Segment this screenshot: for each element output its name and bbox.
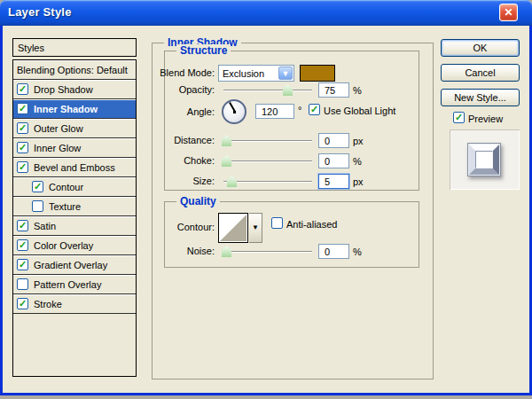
angle-input[interactable]: 120 bbox=[255, 104, 294, 119]
new-style-button[interactable]: New Style... bbox=[441, 89, 520, 106]
size-input[interactable]: 5 bbox=[318, 174, 349, 189]
check-icon: ✓ bbox=[19, 104, 27, 113]
distance-input[interactable]: 0 bbox=[318, 133, 349, 148]
styles-list: Blending Options: Default ✓ Drop Shadow … bbox=[12, 59, 137, 377]
distance-label: Distance: bbox=[142, 135, 215, 146]
check-icon: ✓ bbox=[19, 260, 27, 270]
close-icon[interactable]: ✕ bbox=[499, 4, 518, 21]
sidebar-style-item[interactable]: Pattern Overlay bbox=[13, 275, 136, 294]
opacity-unit: % bbox=[353, 85, 362, 96]
shadow-color-swatch[interactable] bbox=[300, 65, 335, 82]
preview-inner-square bbox=[475, 151, 493, 168]
blend-mode-value: Exclusion bbox=[219, 68, 278, 79]
choke-input[interactable]: 0 bbox=[318, 153, 349, 168]
quality-groupbox: Quality bbox=[164, 201, 419, 268]
distance-slider-track[interactable] bbox=[223, 140, 312, 142]
angle-label: Angle: bbox=[142, 106, 215, 118]
sidebar-style-item[interactable]: ✓ Gradient Overlay bbox=[13, 255, 136, 275]
ok-button[interactable]: OK bbox=[441, 39, 520, 57]
use-global-light-label: Use Global Light bbox=[324, 106, 395, 116]
style-item-label: Stroke bbox=[34, 299, 62, 309]
style-item-label: Inner Glow bbox=[34, 143, 81, 153]
preview-bevel bbox=[469, 145, 499, 175]
sidebar-style-item[interactable]: ✓ Stroke bbox=[13, 294, 136, 314]
style-checkbox[interactable]: ✓ bbox=[32, 181, 43, 192]
style-item-label: Color Overlay bbox=[34, 240, 93, 251]
choke-slider-track[interactable] bbox=[223, 160, 312, 162]
use-global-light-checkbox[interactable]: ✓ bbox=[309, 104, 320, 115]
anti-aliased-label: Anti-aliased bbox=[286, 219, 337, 230]
style-item-label: Outer Glow bbox=[34, 123, 83, 134]
style-checkbox[interactable] bbox=[17, 278, 28, 290]
preview-label: Preview bbox=[468, 113, 503, 124]
style-item-label: Inner Shadow bbox=[34, 104, 98, 114]
sidebar-style-item[interactable]: ✓ Satin bbox=[13, 216, 136, 236]
check-icon: ✓ bbox=[19, 143, 27, 153]
style-item-label: Contour bbox=[49, 182, 83, 192]
structure-title: Structure bbox=[176, 44, 231, 57]
sidebar-style-item[interactable]: ✓ Inner Shadow bbox=[13, 99, 136, 119]
title-bar[interactable]: Layer Style ✕ bbox=[0, 0, 532, 26]
cancel-button[interactable]: Cancel bbox=[441, 64, 520, 82]
choke-unit: % bbox=[353, 156, 362, 167]
layer-style-dialog: Layer Style ✕ Styles Blending Options: D… bbox=[0, 0, 532, 395]
opacity-label: Opacity: bbox=[142, 84, 215, 96]
noise-input[interactable]: 0 bbox=[318, 244, 349, 259]
style-checkbox[interactable]: ✓ bbox=[17, 239, 28, 251]
sidebar-style-item[interactable]: ✓ Contour bbox=[13, 177, 136, 197]
size-label: Size: bbox=[142, 176, 215, 187]
style-checkbox[interactable]: ✓ bbox=[17, 220, 28, 231]
style-item-label: Blending Options: Default bbox=[17, 65, 128, 75]
contour-shape-icon bbox=[220, 215, 246, 241]
style-checkbox[interactable]: ✓ bbox=[17, 122, 28, 134]
preview-checkbox[interactable]: ✓ bbox=[453, 112, 465, 123]
sidebar-style-item[interactable]: ✓ Inner Glow bbox=[13, 138, 136, 158]
styles-header-label: Styles bbox=[18, 43, 44, 53]
noise-label: Noise: bbox=[142, 246, 215, 257]
sidebar-style-item[interactable]: Blending Options: Default bbox=[13, 60, 136, 80]
style-checkbox[interactable]: ✓ bbox=[17, 259, 28, 270]
chevron-down-icon[interactable]: ▼ bbox=[278, 66, 293, 80]
sidebar-style-item[interactable]: Texture bbox=[13, 197, 136, 216]
style-item-label: Pattern Overlay bbox=[34, 279, 101, 290]
opacity-slider-track[interactable] bbox=[223, 90, 312, 91]
quality-title: Quality bbox=[176, 195, 220, 207]
choke-label: Choke: bbox=[142, 155, 215, 167]
style-checkbox[interactable]: ✓ bbox=[17, 142, 28, 153]
size-unit: px bbox=[353, 176, 364, 187]
sidebar-style-item[interactable]: ✓ Bevel and Emboss bbox=[13, 158, 136, 177]
check-icon: ✓ bbox=[19, 221, 27, 231]
style-checkbox[interactable] bbox=[32, 200, 43, 212]
check-icon: ✓ bbox=[19, 240, 27, 250]
blend-mode-select[interactable]: Exclusion ▼ bbox=[218, 65, 294, 82]
contour-label: Contour: bbox=[142, 222, 215, 233]
window-title: Layer Style bbox=[8, 5, 72, 19]
style-checkbox[interactable]: ✓ bbox=[17, 161, 28, 173]
style-item-label: Texture bbox=[49, 201, 81, 212]
contour-picker[interactable] bbox=[218, 213, 248, 243]
check-icon: ✓ bbox=[19, 162, 27, 172]
anti-aliased-checkbox[interactable] bbox=[271, 217, 283, 229]
style-item-label: Bevel and Emboss bbox=[34, 162, 115, 173]
opacity-input[interactable]: 75 bbox=[318, 82, 349, 98]
check-icon: ✓ bbox=[19, 84, 27, 94]
noise-slider-track[interactable] bbox=[223, 251, 312, 253]
style-item-label: Satin bbox=[34, 221, 56, 231]
sidebar-style-item[interactable]: ✓ Color Overlay bbox=[13, 236, 136, 255]
style-checkbox[interactable]: ✓ bbox=[17, 83, 28, 95]
angle-dial[interactable] bbox=[222, 99, 246, 124]
distance-unit: px bbox=[353, 136, 364, 146]
sidebar-style-item[interactable]: ✓ Outer Glow bbox=[13, 119, 136, 138]
check-icon: ✓ bbox=[455, 113, 463, 122]
sidebar-style-item[interactable]: ✓ Drop Shadow bbox=[13, 80, 136, 99]
size-slider-track[interactable] bbox=[223, 181, 312, 183]
check-icon: ✓ bbox=[34, 182, 42, 192]
style-checkbox[interactable]: ✓ bbox=[17, 103, 28, 114]
preview-thumbnail bbox=[467, 143, 501, 176]
angle-center-dot bbox=[233, 111, 236, 113]
check-icon: ✓ bbox=[310, 105, 318, 114]
check-icon: ✓ bbox=[19, 123, 27, 133]
style-checkbox[interactable]: ✓ bbox=[17, 298, 28, 309]
noise-unit: % bbox=[353, 246, 362, 257]
contour-dropdown-icon[interactable]: ▼ bbox=[249, 213, 262, 243]
